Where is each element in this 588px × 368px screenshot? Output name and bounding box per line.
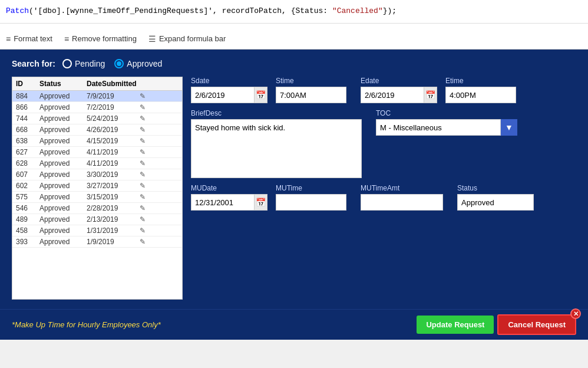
table-row[interactable]: 393 Approved 1/9/2019 ✎ [12,236,182,248]
edit-icon[interactable]: ✎ [140,148,151,156]
edit-icon[interactable]: ✎ [140,159,151,167]
stime-input[interactable] [276,87,346,103]
etime-field: Etime [445,77,522,103]
sdate-calendar-btn[interactable]: 📅 [254,87,267,103]
radio-pending[interactable]: Pending [62,59,105,68]
row-id: 602 [16,182,39,190]
row-date: 2/13/2019 [87,215,140,224]
row-id: 607 [16,170,39,179]
format-text-label: Format text [14,34,52,43]
table-row[interactable]: 627 Approved 4/11/2019 ✎ [12,147,182,158]
stime-label: Stime [276,77,352,85]
status-label: Status [457,184,534,192]
row-date: 4/15/2019 [87,137,140,145]
status-input[interactable] [457,194,534,211]
table-row[interactable]: 668 Approved 4/26/2019 ✎ [12,124,182,136]
table-row[interactable]: 628 Approved 4/11/2019 ✎ [12,158,182,169]
row-status: Approved [39,126,87,134]
edit-icon[interactable]: ✎ [140,226,151,235]
format-text-item[interactable]: ≡ Format text [6,34,52,44]
sdate-field: Sdate 📅 [191,77,267,103]
toc-arrow-btn[interactable]: ▼ [501,119,517,136]
edate-calendar-btn[interactable]: 📅 [424,87,437,103]
row-id: 575 [16,193,39,201]
table-row[interactable]: 744 Approved 5/24/2019 ✎ [12,113,182,124]
update-request-button[interactable]: Update Request [417,316,494,334]
col-header-id: ID [16,80,39,88]
table-row[interactable]: 884 Approved 7/9/2019 ✎ [12,91,182,102]
form-row-desc: BriefDesc TOC ▼ [191,109,576,178]
edit-icon[interactable]: ✎ [140,170,151,179]
row-date: 7/9/2019 [87,92,140,100]
row-id: 393 [16,238,39,246]
mudate-field: MUDate 📅 [191,184,267,211]
sdate-input[interactable] [191,87,254,103]
row-id: 866 [16,103,39,111]
radio-approved-btn[interactable] [114,59,124,68]
search-bar: Search for: Pending Approved [12,59,576,68]
edate-input[interactable] [361,87,424,103]
table-row[interactable]: 638 Approved 4/15/2019 ✎ [12,136,182,147]
table-row[interactable]: 458 Approved 1/31/2019 ✎ [12,225,182,236]
edit-icon[interactable]: ✎ [140,126,151,134]
table-row[interactable]: 866 Approved 7/2/2019 ✎ [12,102,182,113]
etime-label: Etime [445,77,522,85]
edit-icon[interactable]: ✎ [140,238,151,246]
row-date: 7/2/2019 [87,103,140,111]
edit-icon[interactable]: ✎ [140,215,151,224]
mutimeamt-input[interactable] [361,194,443,211]
table-row[interactable]: 602 Approved 3/27/2019 ✎ [12,180,182,192]
edit-icon[interactable]: ✎ [140,182,151,190]
briefdesc-label: BriefDesc [191,109,362,117]
row-date: 4/11/2019 [87,148,140,156]
sdate-input-wrap: 📅 [191,87,267,103]
table-row[interactable]: 546 Approved 2/28/2019 ✎ [12,203,182,214]
edit-icon[interactable]: ✎ [140,204,151,212]
row-status: Approved [39,159,87,167]
row-id: 546 [16,204,39,212]
row-id: 458 [16,226,39,235]
briefdesc-textarea[interactable] [191,119,362,178]
etime-input[interactable] [445,87,516,103]
close-badge[interactable]: ✕ [570,308,581,319]
remove-formatting-label: Remove formatting [72,34,137,43]
row-id: 489 [16,215,39,224]
table-header: ID Status DateSubmitted [12,77,182,91]
expand-formula-label: Expand formula bar [159,34,226,43]
col-header-date: DateSubmitted [87,80,140,88]
edit-icon[interactable]: ✎ [140,193,151,201]
mudate-label: MUDate [191,184,267,192]
toc-field: TOC ▼ [376,109,517,178]
edit-icon[interactable]: ✎ [140,114,151,123]
toc-input[interactable] [376,119,501,136]
edit-icon[interactable]: ✎ [140,137,151,145]
cancel-request-button[interactable]: Cancel Request [497,314,576,335]
table-row[interactable]: 575 Approved 3/15/2019 ✎ [12,192,182,203]
mudate-input[interactable] [191,194,254,211]
status-field: Status [457,184,534,211]
row-id: 627 [16,148,39,156]
remove-formatting-icon: ≡ [64,34,69,44]
radio-approved-label: Approved [127,59,162,68]
code-prefix: Patch('[dbo].[wynne_TimeOff_PendingReque… [6,6,397,15]
mudate-input-wrap: 📅 [191,194,267,211]
mutime-input[interactable] [276,194,346,211]
form-row-dates: Sdate 📅 Stime Edate 📅 [191,77,576,103]
table-body[interactable]: 884 Approved 7/9/2019 ✎ 866 Approved 7/2… [12,91,182,299]
edit-icon[interactable]: ✎ [140,92,151,100]
toc-select-wrap: ▼ [376,119,517,136]
expand-formula-item[interactable]: ☰ Expand formula bar [148,34,226,44]
mudate-calendar-btn[interactable]: 📅 [254,194,267,211]
stime-field: Stime [276,77,352,103]
table-row[interactable]: 489 Approved 2/13/2019 ✎ [12,214,182,225]
radio-pending-label: Pending [75,59,105,68]
row-status: Approved [39,170,87,179]
remove-formatting-item[interactable]: ≡ Remove formatting [64,34,137,44]
radio-pending-btn[interactable] [62,59,72,68]
row-id: 628 [16,159,39,167]
cancel-btn-wrap: Cancel Request ✕ [497,314,576,335]
edit-icon[interactable]: ✎ [140,103,151,111]
row-date: 3/27/2019 [87,182,140,190]
table-row[interactable]: 607 Approved 3/30/2019 ✎ [12,169,182,180]
radio-approved[interactable]: Approved [114,59,162,68]
